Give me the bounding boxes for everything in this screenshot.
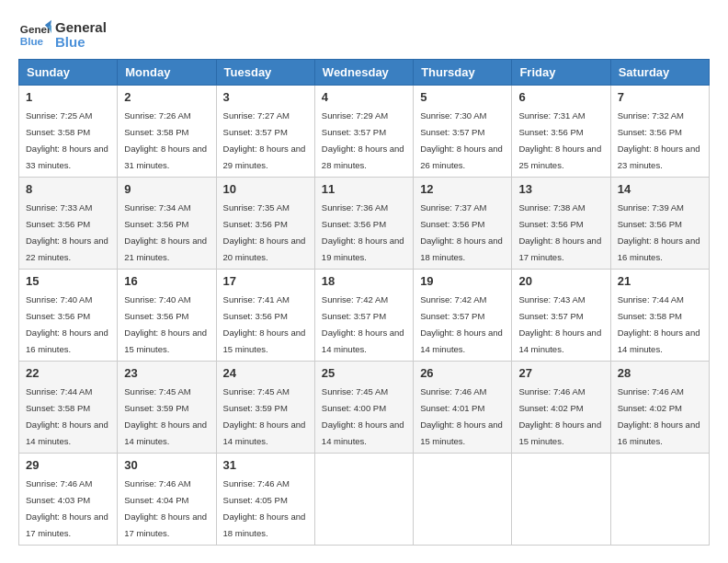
page-header: General Blue General Blue: [18, 18, 710, 52]
calendar-cell: 2 Sunrise: 7:26 AMSunset: 3:58 PMDayligh…: [118, 86, 216, 178]
day-number: 6: [518, 90, 603, 104]
calendar-cell: 15 Sunrise: 7:40 AMSunset: 3:56 PMDaylig…: [19, 270, 118, 362]
day-info: Sunrise: 7:42 AMSunset: 3:57 PMDaylight:…: [322, 294, 404, 354]
calendar-cell: 18 Sunrise: 7:42 AMSunset: 3:57 PMDaylig…: [314, 270, 413, 362]
day-info: Sunrise: 7:42 AMSunset: 3:57 PMDaylight:…: [420, 294, 503, 354]
day-number: 25: [322, 366, 406, 380]
calendar-cell: 4 Sunrise: 7:29 AMSunset: 3:57 PMDayligh…: [314, 86, 413, 178]
day-info: Sunrise: 7:46 AMSunset: 4:05 PMDaylight:…: [223, 478, 306, 538]
calendar-cell: 10 Sunrise: 7:35 AMSunset: 3:56 PMDaylig…: [216, 178, 314, 270]
calendar-cell: 27 Sunrise: 7:46 AMSunset: 4:02 PMDaylig…: [512, 362, 610, 454]
day-info: Sunrise: 7:46 AMSunset: 4:03 PMDaylight:…: [26, 478, 108, 538]
calendar-cell: [610, 454, 709, 546]
day-number: 16: [124, 274, 209, 288]
day-number: 9: [124, 182, 209, 196]
calendar-cell: 13 Sunrise: 7:38 AMSunset: 3:56 PMDaylig…: [512, 178, 610, 270]
day-number: 28: [618, 366, 702, 380]
day-info: Sunrise: 7:45 AMSunset: 4:00 PMDaylight:…: [322, 386, 404, 446]
calendar-week-row: 15 Sunrise: 7:40 AMSunset: 3:56 PMDaylig…: [19, 270, 710, 362]
day-info: Sunrise: 7:34 AMSunset: 3:56 PMDaylight:…: [124, 202, 207, 262]
day-header-saturday: Saturday: [610, 60, 709, 86]
day-info: Sunrise: 7:40 AMSunset: 3:56 PMDaylight:…: [124, 294, 207, 354]
calendar-week-row: 22 Sunrise: 7:44 AMSunset: 3:58 PMDaylig…: [19, 362, 710, 454]
calendar-cell: 3 Sunrise: 7:27 AMSunset: 3:57 PMDayligh…: [216, 86, 314, 178]
day-info: Sunrise: 7:35 AMSunset: 3:56 PMDaylight:…: [223, 202, 306, 262]
day-info: Sunrise: 7:36 AMSunset: 3:56 PMDaylight:…: [322, 202, 404, 262]
day-info: Sunrise: 7:46 AMSunset: 4:04 PMDaylight:…: [124, 478, 207, 538]
day-number: 19: [420, 274, 505, 288]
day-number: 26: [420, 366, 505, 380]
day-number: 22: [26, 366, 110, 380]
day-number: 10: [223, 182, 308, 196]
day-header-wednesday: Wednesday: [314, 60, 413, 86]
calendar-cell: 31 Sunrise: 7:46 AMSunset: 4:05 PMDaylig…: [216, 454, 314, 546]
day-number: 11: [322, 182, 406, 196]
day-info: Sunrise: 7:43 AMSunset: 3:57 PMDaylight:…: [518, 294, 601, 354]
calendar-cell: 8 Sunrise: 7:33 AMSunset: 3:56 PMDayligh…: [19, 178, 118, 270]
day-info: Sunrise: 7:25 AMSunset: 3:58 PMDaylight:…: [26, 110, 108, 170]
day-number: 15: [26, 274, 110, 288]
day-number: 30: [124, 458, 209, 472]
day-number: 13: [518, 182, 603, 196]
day-number: 18: [322, 274, 406, 288]
calendar-cell: 22 Sunrise: 7:44 AMSunset: 3:58 PMDaylig…: [19, 362, 118, 454]
calendar-cell: 7 Sunrise: 7:32 AMSunset: 3:56 PMDayligh…: [610, 86, 709, 178]
day-number: 14: [618, 182, 702, 196]
logo-general: General: [55, 20, 107, 36]
day-info: Sunrise: 7:39 AMSunset: 3:56 PMDaylight:…: [618, 202, 700, 262]
day-number: 2: [124, 90, 209, 104]
day-number: 1: [26, 90, 110, 104]
calendar-week-row: 8 Sunrise: 7:33 AMSunset: 3:56 PMDayligh…: [19, 178, 710, 270]
calendar-header-row: SundayMondayTuesdayWednesdayThursdayFrid…: [19, 60, 710, 86]
calendar-cell: 5 Sunrise: 7:30 AMSunset: 3:57 PMDayligh…: [414, 86, 512, 178]
calendar-cell: 14 Sunrise: 7:39 AMSunset: 3:56 PMDaylig…: [610, 178, 709, 270]
day-number: 20: [518, 274, 603, 288]
day-info: Sunrise: 7:44 AMSunset: 3:58 PMDaylight:…: [618, 294, 700, 354]
logo-icon: General Blue: [18, 18, 51, 52]
calendar-cell: 23 Sunrise: 7:45 AMSunset: 3:59 PMDaylig…: [118, 362, 216, 454]
day-number: 31: [223, 458, 308, 472]
day-header-thursday: Thursday: [414, 60, 512, 86]
calendar-week-row: 29 Sunrise: 7:46 AMSunset: 4:03 PMDaylig…: [19, 454, 710, 546]
day-info: Sunrise: 7:45 AMSunset: 3:59 PMDaylight:…: [223, 386, 306, 446]
calendar-cell: 16 Sunrise: 7:40 AMSunset: 3:56 PMDaylig…: [118, 270, 216, 362]
day-header-friday: Friday: [512, 60, 610, 86]
calendar-cell: 12 Sunrise: 7:37 AMSunset: 3:56 PMDaylig…: [414, 178, 512, 270]
calendar-cell: 21 Sunrise: 7:44 AMSunset: 3:58 PMDaylig…: [610, 270, 709, 362]
day-info: Sunrise: 7:32 AMSunset: 3:56 PMDaylight:…: [618, 110, 700, 170]
day-info: Sunrise: 7:46 AMSunset: 4:02 PMDaylight:…: [618, 386, 700, 446]
logo-blue: Blue: [55, 35, 107, 51]
calendar-cell: 28 Sunrise: 7:46 AMSunset: 4:02 PMDaylig…: [610, 362, 709, 454]
day-number: 21: [618, 274, 702, 288]
calendar-cell: 20 Sunrise: 7:43 AMSunset: 3:57 PMDaylig…: [512, 270, 610, 362]
day-number: 17: [223, 274, 308, 288]
day-info: Sunrise: 7:33 AMSunset: 3:56 PMDaylight:…: [26, 202, 108, 262]
day-info: Sunrise: 7:40 AMSunset: 3:56 PMDaylight:…: [26, 294, 108, 354]
day-header-tuesday: Tuesday: [216, 60, 314, 86]
day-number: 4: [322, 90, 406, 104]
calendar-cell: [314, 454, 413, 546]
calendar-cell: 24 Sunrise: 7:45 AMSunset: 3:59 PMDaylig…: [216, 362, 314, 454]
calendar-body: 1 Sunrise: 7:25 AMSunset: 3:58 PMDayligh…: [19, 86, 710, 546]
day-number: 8: [26, 182, 110, 196]
calendar-week-row: 1 Sunrise: 7:25 AMSunset: 3:58 PMDayligh…: [19, 86, 710, 178]
calendar-cell: 26 Sunrise: 7:46 AMSunset: 4:01 PMDaylig…: [414, 362, 512, 454]
day-info: Sunrise: 7:37 AMSunset: 3:56 PMDaylight:…: [420, 202, 503, 262]
day-info: Sunrise: 7:46 AMSunset: 4:02 PMDaylight:…: [518, 386, 601, 446]
day-number: 5: [420, 90, 505, 104]
day-info: Sunrise: 7:41 AMSunset: 3:56 PMDaylight:…: [223, 294, 306, 354]
day-header-sunday: Sunday: [19, 60, 118, 86]
calendar-cell: 1 Sunrise: 7:25 AMSunset: 3:58 PMDayligh…: [19, 86, 118, 178]
calendar-cell: 17 Sunrise: 7:41 AMSunset: 3:56 PMDaylig…: [216, 270, 314, 362]
day-info: Sunrise: 7:29 AMSunset: 3:57 PMDaylight:…: [322, 110, 404, 170]
logo: General Blue General Blue: [18, 18, 107, 52]
svg-text:Blue: Blue: [20, 35, 44, 47]
calendar-cell: 19 Sunrise: 7:42 AMSunset: 3:57 PMDaylig…: [414, 270, 512, 362]
calendar-cell: 9 Sunrise: 7:34 AMSunset: 3:56 PMDayligh…: [118, 178, 216, 270]
day-info: Sunrise: 7:38 AMSunset: 3:56 PMDaylight:…: [518, 202, 601, 262]
calendar-cell: 30 Sunrise: 7:46 AMSunset: 4:04 PMDaylig…: [118, 454, 216, 546]
day-info: Sunrise: 7:45 AMSunset: 3:59 PMDaylight:…: [124, 386, 207, 446]
day-number: 7: [618, 90, 702, 104]
day-info: Sunrise: 7:44 AMSunset: 3:58 PMDaylight:…: [26, 386, 108, 446]
calendar-cell: 11 Sunrise: 7:36 AMSunset: 3:56 PMDaylig…: [314, 178, 413, 270]
